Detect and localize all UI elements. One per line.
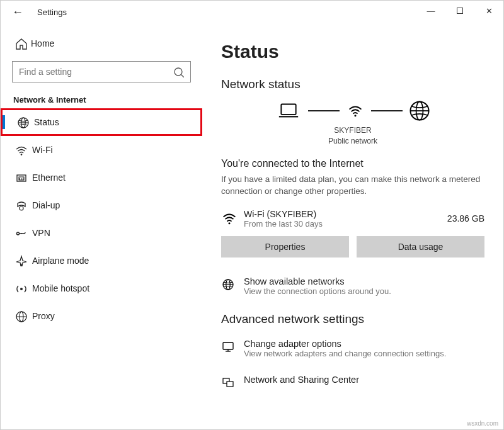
diagram-type: Public network (221, 136, 484, 147)
data-usage-amount: 23.86 GB (447, 213, 484, 223)
adapter-desc: View network adapters and change connect… (244, 349, 446, 358)
home-icon (14, 37, 31, 50)
proxy-icon (14, 310, 32, 322)
nav-wifi[interactable]: Wi-Fi (1, 136, 202, 164)
network-diagram (221, 100, 484, 122)
wifi-icon (346, 103, 365, 119)
back-button[interactable]: ← (12, 6, 25, 19)
connected-title: You're connected to the Internet (221, 158, 484, 169)
maximize-button[interactable] (445, 1, 474, 21)
sharing-title: Network and Sharing Center (244, 375, 359, 385)
dialup-icon (14, 199, 32, 212)
laptop-icon (275, 102, 302, 120)
watermark: wsxdn.com (467, 420, 498, 427)
sidebar: Home Network & Internet Status Wi-Fi Eth… (1, 23, 202, 429)
adapter-title: Change adapter options (244, 339, 446, 349)
main-content: Status Network status SKYFIBER Public ne… (202, 23, 503, 429)
adapter-options-link[interactable]: Change adapter options View network adap… (221, 339, 484, 358)
hotspot-icon (14, 282, 32, 295)
connection-period: From the last 30 days (244, 219, 323, 229)
nav-hotspot[interactable]: Mobile hotspot (1, 274, 202, 302)
minimize-button[interactable]: ― (416, 1, 445, 21)
wifi-icon (14, 144, 32, 156)
airplane-icon (14, 254, 32, 267)
show-networks-desc: View the connection options around you. (244, 286, 391, 296)
search-icon (173, 66, 184, 77)
connected-desc: If you have a limited data plan, you can… (221, 173, 484, 198)
page-title: Status (221, 41, 484, 62)
nav-label: VPN (32, 228, 50, 238)
nav-dialup[interactable]: Dial-up (1, 191, 202, 219)
ethernet-icon (14, 171, 32, 184)
advanced-heading: Advanced network settings (221, 312, 484, 326)
close-button[interactable]: ✕ (474, 1, 503, 21)
section-heading: Network & Internet (1, 91, 202, 108)
nav-label: Mobile hotspot (32, 283, 89, 293)
home-link[interactable]: Home (1, 30, 202, 57)
nav-vpn[interactable]: VPN (1, 219, 202, 247)
nav-proxy[interactable]: Proxy (1, 302, 202, 330)
search-input[interactable] (19, 67, 173, 77)
data-usage-button[interactable]: Data usage (357, 236, 484, 257)
connection-name: Wi-Fi (SKYFIBER) (244, 209, 323, 219)
nav-label: Ethernet (32, 173, 66, 183)
network-status-heading: Network status (221, 77, 484, 91)
globe-icon (409, 100, 430, 122)
show-networks-title: Show available networks (244, 276, 391, 286)
monitor-icon (221, 339, 244, 354)
nav-label: Dial-up (32, 200, 60, 210)
sharing-center-link[interactable]: Network and Sharing Center (221, 375, 484, 390)
nav-label: Status (34, 117, 59, 127)
home-label: Home (31, 38, 54, 48)
connection-row: Wi-Fi (SKYFIBER) From the last 30 days 2… (221, 209, 484, 229)
sharing-icon (221, 375, 244, 390)
wifi-icon (221, 210, 244, 227)
properties-button[interactable]: Properties (221, 236, 349, 257)
status-icon (16, 116, 34, 128)
nav-ethernet[interactable]: Ethernet (1, 164, 202, 191)
diagram-ssid: SKYFIBER (221, 125, 484, 136)
nav-label: Proxy (32, 311, 55, 321)
nav-airplane[interactable]: Airplane mode (1, 247, 202, 274)
globe-icon (221, 276, 244, 291)
nav-status[interactable]: Status (1, 108, 202, 136)
show-networks-link[interactable]: Show available networks View the connect… (221, 276, 484, 296)
nav-label: Airplane mode (32, 256, 89, 266)
nav-label: Wi-Fi (32, 145, 53, 155)
window-title: Settings (37, 8, 67, 17)
search-box[interactable] (12, 61, 191, 82)
vpn-icon (14, 227, 32, 239)
